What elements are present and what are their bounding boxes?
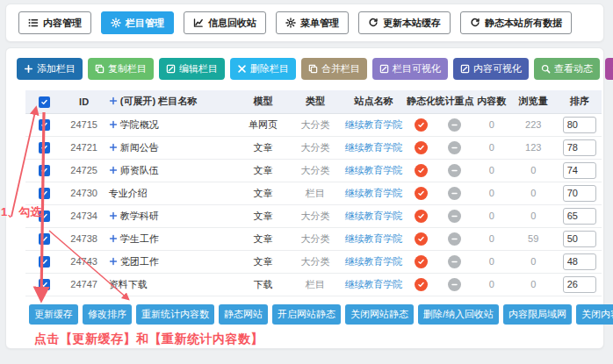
bottom-actions: 更新缓存修改排序重新统计内容数静态网站开启网站静态关闭网站静态删除/纳入回收站内… (29, 304, 603, 325)
row-name-cell[interactable]: 学院概况 (105, 113, 236, 136)
row-name-cell[interactable]: 教学科研 (105, 204, 236, 227)
row-name-cell[interactable]: 专业介绍 (105, 182, 236, 204)
sort-input[interactable] (563, 276, 596, 293)
row-stat-focus-cell (435, 113, 473, 136)
row-checkbox[interactable] (39, 165, 50, 176)
sort-input[interactable] (563, 185, 596, 202)
bottom-action-button[interactable]: 开启网站静态 (272, 304, 341, 325)
sort-input[interactable] (563, 208, 596, 225)
stat-focus-badge[interactable] (448, 232, 461, 246)
bottom-action-button[interactable]: 重新统计内容数 (136, 304, 214, 325)
toolbar-button[interactable]: 删除栏目 (230, 58, 296, 80)
row-site-link[interactable]: 继续教育学院 (345, 165, 403, 175)
static-status-badge[interactable] (415, 278, 428, 291)
bottom-action-button[interactable]: 更新缓存 (29, 304, 78, 325)
toolbar-button-label: 栏目可视化 (393, 64, 441, 74)
top-nav-item[interactable]: 静态本站所有数据 (460, 11, 572, 34)
row-checkbox[interactable] (39, 188, 50, 199)
stat-focus-badge[interactable] (448, 118, 461, 132)
row-name-cell[interactable]: 党团工作 (105, 250, 236, 273)
row-site-link[interactable]: 继续教育学院 (345, 211, 403, 221)
stat-focus-badge[interactable] (448, 210, 461, 223)
row-model: 下载 (236, 273, 290, 296)
row-name-cell[interactable]: 资料下载 (105, 273, 236, 296)
bottom-action-button[interactable]: 内容限局域网 (503, 304, 572, 325)
toolbar-button[interactable]: 编辑栏目 (159, 58, 225, 80)
bottom-action-button[interactable]: 关闭内容限局域网 (576, 304, 613, 325)
stat-focus-badge[interactable] (448, 187, 461, 200)
row-site-link[interactable]: 继续教育学院 (345, 279, 403, 289)
check-icon (40, 281, 48, 289)
toolbar-button[interactable]: 合并栏目 (301, 58, 367, 80)
toolbar-button[interactable]: 内容可视化 (453, 58, 529, 80)
toolbar-button[interactable]: 添加栏目 (17, 58, 83, 80)
sort-input[interactable] (563, 253, 596, 270)
row-checkbox[interactable] (39, 233, 50, 245)
toolbar-button[interactable]: 栏目可视化 (372, 58, 448, 80)
top-nav-item[interactable]: 内容管理 (18, 11, 91, 34)
stat-focus-badge[interactable] (448, 255, 461, 268)
row-site-link[interactable]: 继续教育学院 (345, 119, 403, 130)
row-checkbox[interactable] (39, 256, 50, 268)
row-checkbox[interactable] (39, 119, 50, 131)
sort-input[interactable] (563, 139, 596, 156)
row-site-link[interactable]: 继续教育学院 (345, 142, 403, 153)
row-checkbox-cell (25, 227, 62, 250)
top-nav-item[interactable]: 信息回收站 (184, 11, 266, 34)
sort-input[interactable] (563, 162, 596, 179)
toolbar-button[interactable]: 复制栏目 (88, 58, 154, 80)
check-icon (417, 281, 425, 289)
static-status-badge[interactable] (415, 164, 428, 177)
header-cell: 浏览量 (509, 90, 557, 113)
row-site-link[interactable]: 继续教育学院 (345, 188, 403, 198)
top-nav-item[interactable]: 更新本站缓存 (358, 11, 451, 34)
row-site-link[interactable]: 继续教育学院 (345, 256, 403, 267)
stat-focus-badge[interactable] (448, 164, 461, 177)
row-views: 223 (509, 113, 557, 136)
bottom-action-button[interactable]: 静态网站 (219, 304, 268, 325)
select-all-checkbox[interactable] (39, 96, 50, 108)
header-cell-label: 类型 (306, 96, 325, 106)
row-views: 59 (509, 227, 557, 250)
plus-icon (109, 234, 118, 243)
row-name-cell[interactable]: 师资队伍 (105, 159, 236, 182)
static-status-badge[interactable] (415, 118, 428, 132)
row-site-cell: 继续教育学院 (341, 113, 407, 136)
row-checkbox[interactable] (39, 142, 50, 153)
row-type: 栏目 (290, 182, 342, 204)
toolbar-button[interactable]: 查看动态 (534, 58, 600, 80)
static-status-badge[interactable] (415, 210, 428, 223)
row-site-cell: 继续教育学院 (341, 159, 407, 182)
table-row: 24743党团工作文章大分类继续教育学院00 (25, 250, 602, 273)
static-status-badge[interactable] (415, 141, 428, 154)
row-name-cell[interactable]: 学生工作 (105, 227, 236, 250)
row-stat-focus-cell (435, 273, 473, 296)
static-status-badge[interactable] (415, 232, 428, 246)
row-name-cell[interactable]: 新闻公告 (105, 136, 236, 159)
row-content-count: 0 (474, 204, 509, 227)
refresh-icon (368, 18, 379, 28)
toolbar-button[interactable]: 发布内容 (605, 58, 613, 80)
sort-input[interactable] (563, 231, 596, 247)
check-icon (417, 235, 425, 243)
header-cell: 站点名称 (341, 90, 407, 113)
top-nav-item[interactable]: 栏目管理 (101, 11, 174, 34)
row-content-count: 0 (474, 136, 509, 159)
bottom-action-button[interactable]: 关闭网站静态 (345, 304, 414, 325)
sort-input[interactable] (563, 117, 596, 133)
row-site-cell: 继续教育学院 (341, 250, 407, 273)
row-id: 24721 (62, 136, 105, 159)
header-cell-label: 模型 (253, 96, 272, 106)
static-status-badge[interactable] (415, 255, 428, 268)
bottom-action-button[interactable]: 删除/纳入回收站 (418, 304, 499, 325)
row-site-link[interactable]: 继续教育学院 (345, 233, 403, 244)
minus-icon (451, 212, 458, 220)
bottom-action-button[interactable]: 修改排序 (83, 304, 132, 325)
stat-focus-badge[interactable] (448, 278, 461, 291)
static-status-badge[interactable] (415, 187, 428, 200)
column-table-wrap: ID(可展开) 栏目名称模型类型站点名称静态化统计重点内容数浏览量排序 2471… (25, 90, 599, 296)
row-model: 文章 (236, 182, 290, 204)
stat-focus-badge[interactable] (448, 141, 461, 154)
row-checkbox[interactable] (39, 279, 50, 290)
top-nav-item[interactable]: 菜单管理 (276, 11, 349, 34)
